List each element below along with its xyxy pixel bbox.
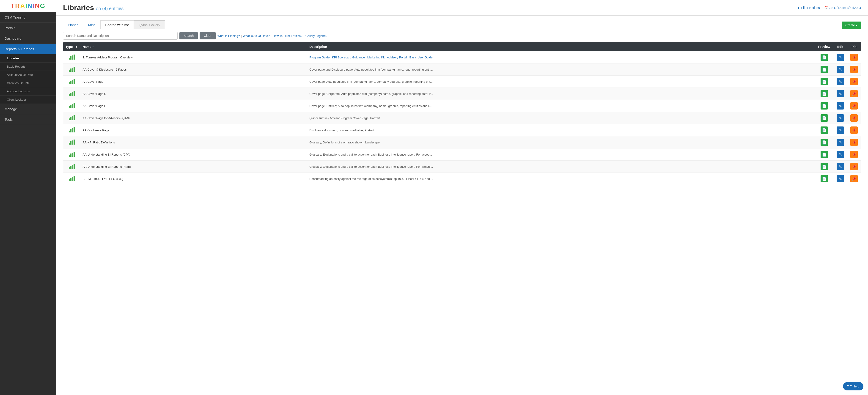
preview-cell: 📄: [815, 100, 833, 112]
create-button-wrapper: Create ▾: [842, 22, 861, 29]
pin-cell: 📌: [847, 112, 861, 124]
preview-cell: 📄: [815, 149, 833, 161]
portals-chevron-icon: ›: [51, 26, 52, 30]
how-to-filter-link[interactable]: How To Filter Entities?: [273, 34, 302, 37]
pin-button[interactable]: 📌: [850, 163, 858, 170]
svg-rect-20: [69, 118, 70, 120]
preview-button[interactable]: 📄: [820, 139, 828, 146]
sidebar-item-basic-reports[interactable]: Basic Reports: [0, 63, 56, 71]
name-cell: BI-BM - 10% - FYTD + $ % (S): [80, 173, 307, 185]
pin-button[interactable]: 📌: [850, 66, 858, 73]
filter-entities-link[interactable]: ▼ Filter Entities: [797, 6, 820, 10]
name-cell: AA-Cover Page: [80, 75, 307, 88]
search-button[interactable]: Search: [179, 32, 198, 39]
pin-button[interactable]: 📌: [850, 139, 858, 146]
sidebar-item-portals[interactable]: Portals ›: [0, 23, 56, 33]
svg-rect-5: [70, 68, 71, 72]
preview-button[interactable]: 📄: [820, 163, 828, 170]
edit-button[interactable]: ✎: [837, 114, 844, 122]
pin-button[interactable]: 📌: [850, 90, 858, 97]
what-is-as-of-date-link[interactable]: What is As Of Date?: [243, 34, 270, 37]
sidebar-item-csm-training[interactable]: CSM Training: [0, 12, 56, 23]
sidebar-item-manage[interactable]: Manage ›: [0, 104, 56, 114]
svg-rect-33: [70, 153, 71, 157]
edit-button[interactable]: ✎: [837, 90, 844, 97]
edit-cell: ✎: [833, 173, 847, 185]
name-cell: 1. Turnkey Advisor Program Overview: [80, 51, 307, 63]
filter-icon: ▼: [797, 6, 800, 10]
svg-rect-43: [73, 176, 75, 181]
sidebar-item-account-lookups[interactable]: Account Lookups: [0, 87, 56, 95]
svg-rect-15: [73, 91, 75, 96]
svg-rect-10: [72, 80, 73, 84]
preview-button[interactable]: 📄: [820, 78, 828, 85]
tabs-row: Pinned Mine Shared with me Qvinci Galler…: [63, 21, 861, 29]
tab-pinned[interactable]: Pinned: [63, 21, 84, 29]
col-header-edit: Edit: [833, 42, 847, 51]
desc-link[interactable]: Advisory Portal: [387, 56, 407, 59]
pin-button[interactable]: 📌: [850, 151, 858, 158]
page-subtitle: on (4) entities: [96, 6, 124, 11]
type-cell: [63, 149, 80, 160]
sidebar-item-libraries[interactable]: Libraries: [0, 54, 56, 63]
preview-button[interactable]: 📄: [820, 66, 828, 73]
sidebar-item-account-as-of-date[interactable]: Account As Of Date: [0, 71, 56, 79]
tab-shared[interactable]: Shared with me: [100, 21, 134, 29]
edit-button[interactable]: ✎: [837, 139, 844, 146]
edit-button[interactable]: ✎: [837, 78, 844, 85]
search-input[interactable]: [63, 32, 178, 40]
edit-button[interactable]: ✎: [837, 151, 844, 158]
desc-link[interactable]: Program Guide: [309, 56, 330, 59]
libraries-table: Type ▼ Name ↑ Description Preview Edit P…: [63, 42, 861, 185]
sidebar-item-client-as-of-date[interactable]: Client As Of Date: [0, 79, 56, 87]
tab-gallery[interactable]: Qvinci Gallery: [134, 21, 165, 29]
col-header-name[interactable]: Name ↑: [80, 42, 307, 51]
sidebar-item-dashboard[interactable]: Dashboard: [0, 33, 56, 44]
what-is-pinning-link[interactable]: What is Pinning?: [217, 34, 240, 37]
gallery-legend-link[interactable]: Gallery Legend?: [305, 34, 327, 37]
edit-button[interactable]: ✎: [837, 163, 844, 170]
as-of-date-link[interactable]: 📅 As Of Date: 3/31/2024: [824, 6, 861, 10]
preview-button[interactable]: 📄: [820, 90, 828, 97]
pin-cell: 📌: [847, 63, 861, 75]
pin-button[interactable]: 📌: [850, 114, 858, 122]
separator-3: |: [303, 34, 304, 37]
edit-cell: ✎: [833, 112, 847, 124]
table-row: AA-Cover PageCover page; Auto populates …: [63, 75, 861, 88]
pin-button[interactable]: 📌: [850, 78, 858, 85]
preview-button[interactable]: 📄: [820, 175, 828, 182]
svg-rect-17: [70, 105, 71, 108]
edit-button[interactable]: ✎: [837, 102, 844, 110]
tab-mine[interactable]: Mine: [84, 21, 101, 29]
edit-button[interactable]: ✎: [837, 175, 844, 182]
sidebar-item-tools[interactable]: Tools ›: [0, 114, 56, 125]
sidebar-logo: TRAINING: [0, 0, 56, 12]
preview-button[interactable]: 📄: [820, 102, 828, 110]
help-links: What is Pinning? | What is As Of Date? |…: [217, 34, 327, 37]
pin-button[interactable]: 📌: [850, 102, 858, 110]
pin-cell: 📌: [847, 88, 861, 100]
pin-button[interactable]: 📌: [850, 54, 858, 61]
pin-button[interactable]: 📌: [850, 175, 858, 182]
content-area: Pinned Mine Shared with me Qvinci Galler…: [56, 16, 868, 395]
desc-link[interactable]: KPI Scorecard Guidance: [332, 56, 365, 59]
desc-cell: Cover page; Auto populates firm (company…: [307, 75, 815, 88]
type-filter-icon[interactable]: ▼: [75, 45, 78, 49]
desc-link[interactable]: Basic User Guide: [409, 56, 433, 59]
sidebar-item-client-lookups[interactable]: Client Lookups: [0, 95, 56, 104]
edit-button[interactable]: ✎: [837, 66, 844, 73]
pin-button[interactable]: 📌: [850, 126, 858, 134]
desc-link[interactable]: Marketing Kit: [367, 56, 385, 59]
sidebar-item-reports[interactable]: Reports & Libraries ›: [0, 44, 56, 54]
preview-button[interactable]: 📄: [820, 126, 828, 134]
preview-button[interactable]: 📄: [820, 151, 828, 158]
preview-button[interactable]: 📄: [820, 54, 828, 61]
help-button[interactable]: ? ? Help: [843, 382, 863, 390]
table-row: AA-Cover Page for Advisors - QTAPQvinci …: [63, 112, 861, 124]
preview-button[interactable]: 📄: [820, 114, 828, 122]
edit-button[interactable]: ✎: [837, 126, 844, 134]
clear-button[interactable]: Clear: [199, 32, 215, 39]
type-cell: [63, 173, 80, 184]
create-button[interactable]: Create ▾: [842, 22, 861, 29]
edit-button[interactable]: ✎: [837, 54, 844, 61]
